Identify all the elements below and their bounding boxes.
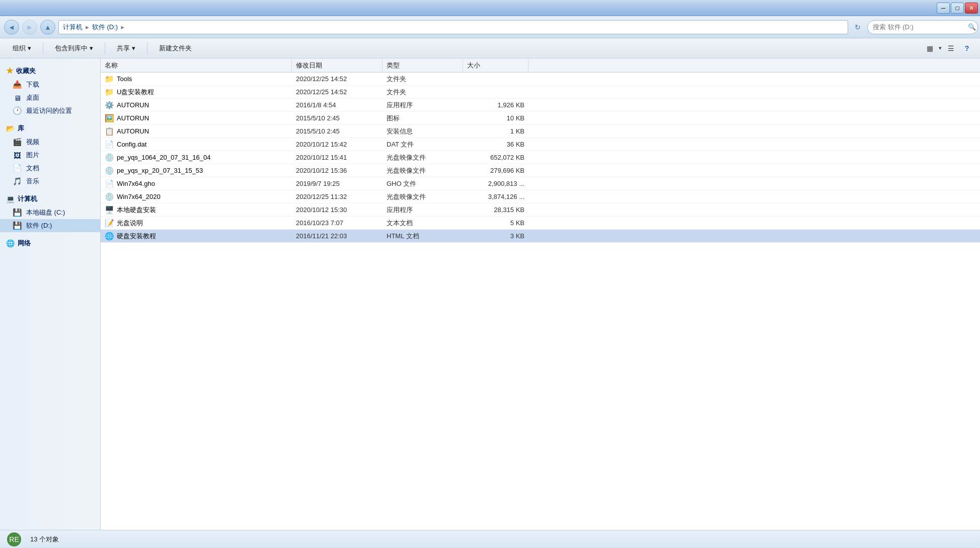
table-row[interactable]: 💿pe_yqs_1064_20_07_31_16_042020/10/12 15…: [101, 151, 980, 164]
file-name-cell: 📄Config.dat: [101, 138, 292, 151]
file-size-cell: 3,874,126 ...: [463, 190, 529, 203]
view-dropdown-icon[interactable]: ▾: [939, 45, 942, 51]
sidebar-item-music[interactable]: 🎵 音乐: [0, 175, 100, 188]
file-name: Tools: [117, 75, 132, 83]
file-type-cell: 安装信息: [383, 125, 463, 138]
table-row[interactable]: 🌐硬盘安装教程2016/11/21 22:03HTML 文档3 KB: [101, 230, 980, 243]
sidebar-item-docs[interactable]: 📄 文档: [0, 162, 100, 175]
table-row[interactable]: 📁U盘安装教程2020/12/25 14:52文件夹: [101, 86, 980, 99]
file-date-cell: 2020/10/12 15:36: [292, 164, 383, 177]
table-row[interactable]: 💿Win7x64_20202020/12/25 11:32光盘映像文件3,874…: [101, 190, 980, 203]
network-header[interactable]: 🌐 网络: [0, 236, 100, 250]
details-view-button[interactable]: ☰: [944, 41, 958, 55]
table-row[interactable]: 💿pe_yqs_xp_20_07_31_15_532020/10/12 15:3…: [101, 164, 980, 177]
file-date-cell: 2020/12/25 11:32: [292, 190, 383, 203]
forward-button[interactable]: ►: [22, 20, 37, 35]
file-date-cell: 2020/12/25 14:52: [292, 73, 383, 85]
file-name-cell: 💿Win7x64_2020: [101, 190, 292, 203]
table-row[interactable]: 📁Tools2020/12/25 14:52文件夹: [101, 73, 980, 86]
maximize-button[interactable]: □: [951, 3, 964, 14]
library-header[interactable]: 📂 库: [0, 121, 100, 135]
sidebar-item-recent[interactable]: 🕐 最近访问的位置: [0, 104, 100, 117]
close-button[interactable]: ✕: [965, 3, 978, 14]
path-sep-2: ►: [120, 24, 125, 30]
sidebar-item-local-c[interactable]: 💾 本地磁盘 (C:): [0, 206, 100, 219]
back-button[interactable]: ◄: [4, 20, 19, 35]
table-row[interactable]: 📝光盘说明2016/10/23 7:07文本文档5 KB: [101, 217, 980, 230]
column-type[interactable]: 类型: [383, 58, 463, 72]
refresh-button[interactable]: ↻: [851, 21, 864, 34]
file-size-cell: 2,900,813 ...: [463, 177, 529, 190]
images-icon: 🖼: [12, 151, 22, 160]
table-row[interactable]: ⚙️AUTORUN2016/1/8 4:54应用程序1,926 KB: [101, 99, 980, 112]
archive-button[interactable]: 包含到库中 ▾: [48, 41, 100, 56]
column-size[interactable]: 大小: [463, 58, 529, 72]
file-name: Win7x64_2020: [117, 193, 161, 200]
file-date-cell: 2020/10/12 15:42: [292, 138, 383, 151]
share-label: 共享: [117, 44, 130, 53]
sidebar-item-desktop[interactable]: 🖥 桌面: [0, 91, 100, 104]
path-sep-1: ►: [85, 24, 90, 30]
table-row[interactable]: 🖥️本地硬盘安装2020/10/12 15:30应用程序28,315 KB: [101, 203, 980, 217]
sidebar-item-downloads[interactable]: 📥 下载: [0, 78, 100, 91]
search-input[interactable]: [867, 20, 978, 34]
table-row[interactable]: 📄Win7x64.gho2019/9/7 19:25GHO 文件2,900,81…: [101, 177, 980, 190]
docs-label: 文档: [26, 164, 39, 173]
share-button[interactable]: 共享 ▾: [110, 41, 142, 56]
file-name-cell: 🌐硬盘安装教程: [101, 230, 292, 242]
file-name: U盘安装教程: [117, 88, 154, 97]
toolbar-separator-1: [43, 42, 43, 54]
file-name: AUTORUN: [117, 127, 149, 135]
favorites-header[interactable]: ★ 收藏夹: [0, 63, 100, 78]
column-date[interactable]: 修改日期: [292, 58, 383, 72]
up-button[interactable]: ▲: [40, 20, 55, 35]
file-type-cell: 文本文档: [383, 217, 463, 229]
favorites-section: ★ 收藏夹 📥 下载 🖥 桌面 🕐 最近访问的位置: [0, 63, 100, 117]
sidebar-item-video[interactable]: 🎬 视频: [0, 135, 100, 149]
file-icon: 📄: [105, 180, 114, 188]
help-button[interactable]: ?: [960, 41, 974, 55]
file-name-cell: 📁U盘安装教程: [101, 86, 292, 98]
file-size-cell: 5 KB: [463, 217, 529, 229]
file-size-cell: 3 KB: [463, 230, 529, 242]
file-type-cell: 文件夹: [383, 86, 463, 98]
file-icon: 📋: [105, 127, 114, 135]
computer-header[interactable]: 💻 计算机: [0, 192, 100, 206]
file-list[interactable]: 📁Tools2020/12/25 14:52文件夹📁U盘安装教程2020/12/…: [101, 73, 980, 530]
breadcrumb-computer[interactable]: 计算机: [63, 23, 83, 32]
file-type-cell: 光盘映像文件: [383, 190, 463, 203]
column-name[interactable]: 名称: [101, 58, 292, 72]
file-name: 光盘说明: [117, 219, 143, 228]
organize-dropdown-icon: ▾: [28, 44, 31, 52]
computer-icon: 💻: [6, 195, 15, 203]
file-date-cell: 2020/10/12 15:30: [292, 203, 383, 216]
address-path[interactable]: 计算机 ► 软件 (D:) ►: [58, 20, 848, 34]
table-row[interactable]: 📋AUTORUN2015/5/10 2:45安装信息1 KB: [101, 125, 980, 138]
file-date-cell: 2016/1/8 4:54: [292, 99, 383, 111]
file-name-cell: 🖼️AUTORUN: [101, 112, 292, 124]
organize-button[interactable]: 组织 ▾: [6, 41, 38, 56]
file-name-cell: 📋AUTORUN: [101, 125, 292, 138]
file-type-cell: DAT 文件: [383, 138, 463, 151]
file-name: Config.dat: [117, 141, 146, 148]
file-icon: 💿: [105, 193, 114, 201]
views-button[interactable]: ▦: [923, 41, 937, 55]
music-label: 音乐: [26, 177, 39, 186]
file-size-cell: 652,072 KB: [463, 151, 529, 164]
sidebar-item-software-d[interactable]: 💾 软件 (D:): [0, 219, 100, 232]
file-name-cell: 📄Win7x64.gho: [101, 177, 292, 190]
archive-label: 包含到库中: [55, 44, 88, 53]
table-row[interactable]: 📄Config.dat2020/10/12 15:42DAT 文件36 KB: [101, 138, 980, 151]
minimize-button[interactable]: ─: [937, 3, 950, 14]
file-name: AUTORUN: [117, 114, 149, 122]
table-row[interactable]: 🖼️AUTORUN2015/5/10 2:45图标10 KB: [101, 112, 980, 125]
search-icon[interactable]: 🔍: [968, 23, 976, 31]
new-folder-button[interactable]: 新建文件夹: [153, 41, 198, 56]
breadcrumb-drive[interactable]: 软件 (D:): [92, 23, 118, 32]
file-size-cell: 36 KB: [463, 138, 529, 151]
svg-text:RE: RE: [9, 535, 19, 543]
sidebar-item-images[interactable]: 🖼 图片: [0, 149, 100, 162]
file-icon: 📁: [105, 88, 114, 96]
computer-section: 💻 计算机 💾 本地磁盘 (C:) 💾 软件 (D:): [0, 192, 100, 232]
recent-label: 最近访问的位置: [26, 106, 72, 115]
